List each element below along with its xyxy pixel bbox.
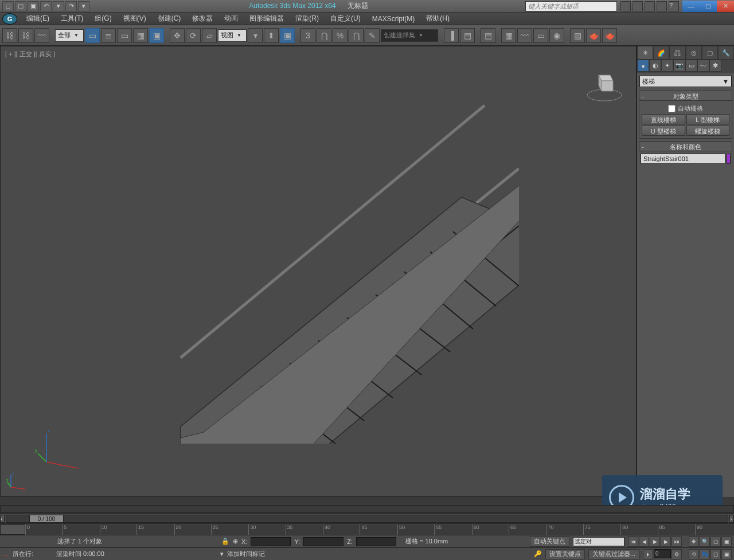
spacewarps-icon[interactable]: 〰	[697, 60, 709, 72]
menu-group[interactable]: 组(G)	[89, 12, 117, 25]
cameras-icon[interactable]: 📷	[673, 60, 685, 72]
btn-l-stair[interactable]: L 型楼梯	[686, 114, 730, 124]
viewport-label[interactable]: [ + ][ 正交 ][ 真实 ]	[5, 50, 55, 58]
tab-create-icon[interactable]: ✳	[637, 46, 653, 60]
time-slider-thumb[interactable]: 0 / 100	[29, 515, 64, 523]
key-mode-toggle-icon[interactable]: ⏵	[643, 549, 653, 559]
viewport[interactable]: [ + ][ 正交 ][ 真实 ]	[0, 46, 637, 497]
help-icon[interactable]: ?	[669, 1, 679, 11]
minimize-button[interactable]: —	[682, 1, 700, 12]
tab-utilities-icon[interactable]: 🔧	[718, 46, 734, 60]
named-selection-dropdown[interactable]: 创建选择集▼	[381, 29, 438, 42]
move-icon[interactable]: ✥	[170, 28, 185, 43]
key-filters-button[interactable]: 关键点过滤器...	[588, 549, 639, 559]
viewport-orbit-icon[interactable]: ⟲	[689, 549, 699, 559]
category-dropdown[interactable]: 楼梯▼	[639, 76, 732, 87]
object-color-swatch[interactable]	[727, 154, 731, 164]
current-frame-input[interactable]	[654, 549, 671, 558]
slider-right-arrow[interactable]: ›	[729, 515, 734, 523]
next-frame-icon[interactable]: ▶	[661, 536, 671, 547]
helpers-icon[interactable]: ▭	[685, 60, 697, 72]
z-coord-input[interactable]	[356, 537, 396, 546]
geometry-icon[interactable]: ●	[637, 60, 649, 72]
snap-toggle-icon[interactable]: 3	[300, 28, 315, 43]
rollout-header-name-color[interactable]: -名称和颜色	[639, 141, 732, 151]
lock-selection-icon[interactable]: 🔒	[221, 538, 229, 545]
x-coord-input[interactable]	[251, 537, 291, 546]
auto-key-button[interactable]: 自动关键点	[530, 536, 569, 547]
qa-new-icon[interactable]: □	[2, 1, 14, 11]
tab-modify-icon[interactable]: 🌈	[653, 46, 669, 60]
paint-selection-icon[interactable]: ▣	[149, 28, 164, 43]
select-object-icon[interactable]: ▭	[85, 28, 100, 43]
tab-motion-icon[interactable]: ◎	[686, 46, 702, 60]
render-setup-icon[interactable]: ▧	[570, 28, 585, 43]
viewport-scrollbar-h[interactable]	[0, 505, 734, 513]
angle-snap-icon[interactable]: ⋂	[317, 28, 331, 43]
mirror-icon[interactable]: ▐	[444, 28, 459, 43]
select-by-name-icon[interactable]: ≣	[101, 28, 116, 43]
qa-redo-icon[interactable]: ↷	[65, 1, 77, 11]
search-icon[interactable]	[620, 1, 631, 11]
goto-end-icon[interactable]: ⏭	[671, 536, 682, 547]
systems-icon[interactable]: ✱	[709, 60, 721, 72]
time-tag-icon[interactable]: ▾	[220, 550, 224, 558]
key-icon[interactable]: 🔑	[534, 550, 542, 558]
time-config-icon[interactable]: ⚙	[671, 549, 682, 559]
rotate-icon[interactable]: ⟳	[186, 28, 201, 43]
btn-spiral-stair[interactable]: 螺旋楼梯	[686, 126, 730, 136]
exchange-icon[interactable]	[645, 1, 655, 11]
percent-snap-icon[interactable]: %	[333, 28, 348, 43]
curve-editor-icon[interactable]: 〰	[517, 28, 532, 43]
set-key-button[interactable]: 设置关键点	[545, 549, 585, 559]
layer-manager-icon[interactable]: ▤	[481, 28, 495, 43]
edit-named-selection-icon[interactable]: ✎	[365, 28, 380, 43]
menu-edit[interactable]: 编辑(E)	[21, 12, 55, 25]
use-pivot-center-icon[interactable]: ▾	[248, 28, 263, 43]
link-icon[interactable]: ⛓	[2, 28, 17, 43]
viewport-zoom-all-icon[interactable]: ▣	[721, 536, 732, 547]
infocenter-search-input[interactable]	[525, 1, 617, 11]
select-region-icon[interactable]: ▭	[117, 28, 132, 43]
viewport-min-max-icon[interactable]: ▣	[721, 549, 732, 559]
time-slider-track[interactable]: 0 / 100	[6, 515, 728, 523]
play-icon[interactable]: ▶	[650, 536, 660, 547]
window-crossing-icon[interactable]: ▦	[133, 28, 148, 43]
rollout-header-object-type[interactable]: -对象类型	[639, 91, 732, 101]
tab-hierarchy-icon[interactable]: 品	[669, 46, 685, 60]
close-button[interactable]: ✕	[717, 1, 734, 12]
btn-straight-stair[interactable]: 直线楼梯	[642, 114, 685, 124]
material-editor-icon[interactable]: ◉	[549, 28, 564, 43]
graphite-tools-icon[interactable]: ▦	[501, 28, 516, 43]
viewport-walk-icon[interactable]: 👣	[700, 549, 710, 559]
select-manipulate-icon[interactable]: ⬍	[264, 28, 279, 43]
object-name-input[interactable]	[641, 154, 725, 164]
viewport-fov-icon[interactable]: ▢	[710, 536, 721, 547]
application-menu-icon[interactable]: G	[2, 13, 17, 25]
menu-animation[interactable]: 动画	[218, 12, 244, 25]
align-icon[interactable]: ▤	[460, 28, 475, 43]
subscription-icon[interactable]	[633, 1, 643, 11]
menu-rendering[interactable]: 渲染(R)	[290, 12, 325, 25]
y-coord-input[interactable]	[303, 537, 343, 546]
qa-undo-icon[interactable]: ↶	[40, 1, 52, 11]
menu-modifiers[interactable]: 修改器	[186, 12, 218, 25]
schematic-view-icon[interactable]: ▭	[533, 28, 548, 43]
timeline-config-icon[interactable]	[0, 524, 25, 535]
tab-display-icon[interactable]: ▢	[702, 46, 718, 60]
btn-u-stair[interactable]: U 型楼梯	[642, 126, 685, 136]
menu-graph-editors[interactable]: 图形编辑器	[244, 12, 290, 25]
menu-maxscript[interactable]: MAXScript(M)	[366, 13, 421, 25]
key-mode-dropdown[interactable]	[573, 537, 624, 546]
timeline-ruler[interactable]: 0 5 10 15 20 25 30 35 40 45 50 55 60 65 …	[25, 524, 734, 535]
reference-coord-dropdown[interactable]: 视图▼	[218, 29, 247, 42]
unlink-icon[interactable]: ⛓	[18, 28, 33, 43]
viewport-pan-icon[interactable]: ✥	[689, 536, 699, 547]
favorite-icon[interactable]	[657, 1, 667, 11]
maximize-button[interactable]: ▢	[700, 1, 717, 12]
add-time-tag-label[interactable]: 添加时间标记	[227, 550, 265, 558]
shapes-icon[interactable]: ◐	[649, 60, 661, 72]
menu-help[interactable]: 帮助(H)	[420, 12, 455, 25]
coord-display-icon[interactable]: ⊕	[233, 538, 238, 545]
bind-spacewarp-icon[interactable]: 〰	[34, 28, 49, 43]
